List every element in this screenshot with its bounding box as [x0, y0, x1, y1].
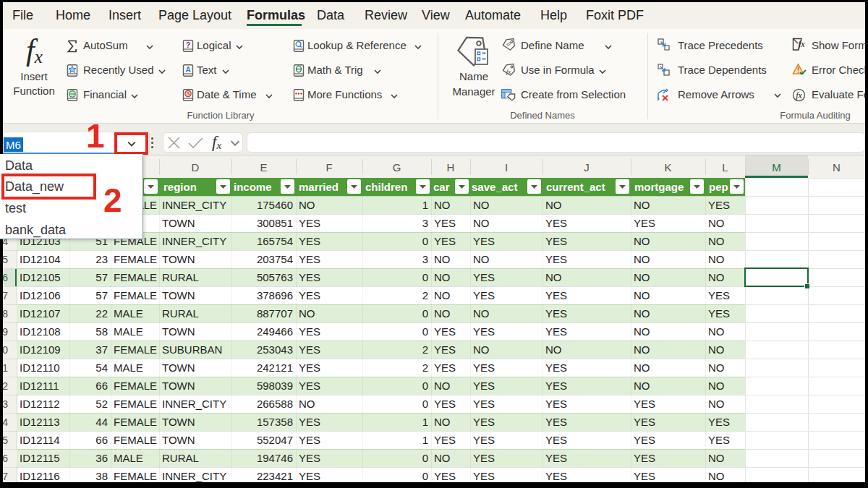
svg-text:fx: fx: [798, 38, 805, 49]
svg-text:fx: fx: [796, 90, 802, 100]
svg-text:A: A: [185, 66, 190, 74]
svg-text:fx: fx: [506, 68, 511, 75]
svg-text:?: ?: [186, 41, 190, 49]
